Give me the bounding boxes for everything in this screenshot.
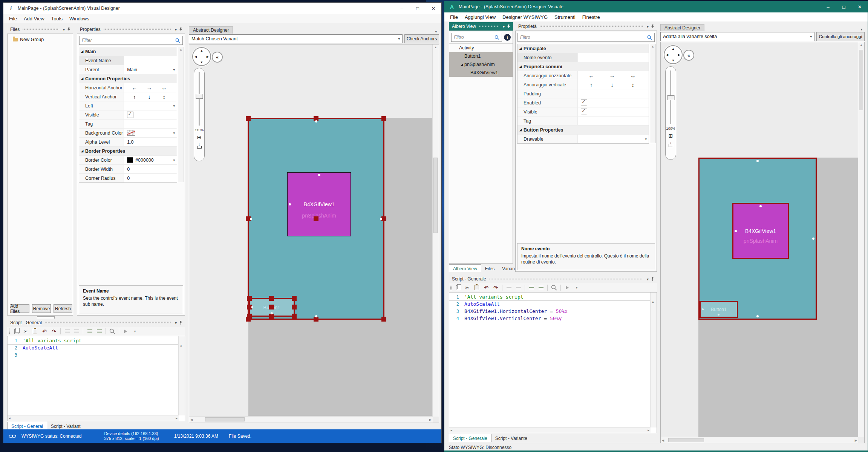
menu-windows[interactable]: Windows [66,16,93,21]
code-line[interactable]: 2AutoScaleAll [449,300,650,308]
editor-horizontal-scrollbar[interactable]: ◀ ▶ [8,415,179,421]
designer-canvas[interactable]: B4XGifView1 pnSplashAnim Button1 ▲ ▼ ◀ ▶… [660,42,865,444]
editor-horizontal-scrollbar[interactable]: ◀ ▶ [449,427,651,433]
property-row-border-color[interactable]: Border Color#000000▾ [79,156,177,165]
pan-control[interactable]: ▲ ▼ ◀ ▶ [664,45,683,64]
screenshot-button[interactable]: ↓ [667,141,674,148]
redo-icon[interactable]: ↷ [493,285,499,291]
indent-icon[interactable] [538,285,544,291]
pan-up-icon[interactable]: ▲ [672,47,675,51]
property-section-principale[interactable]: ◢Principale [517,44,649,53]
collapse-controls-button[interactable]: « [683,50,694,61]
canvas-vertical-scrollbar[interactable]: ▲ [858,42,864,437]
zoom-slider-thumb[interactable] [667,95,674,100]
section-expander-icon[interactable]: ◢ [517,47,524,50]
pan-left-icon[interactable]: ◀ [666,53,668,57]
scroll-left-icon[interactable]: ◀ [9,417,11,420]
scroll-up-icon[interactable]: ▲ [650,44,655,48]
paste-icon[interactable] [474,285,480,291]
b4xgifview-box[interactable]: B4XGifView1 pnSplashAnim [287,172,351,236]
anchor-bottom-icon[interactable]: ↓ [611,81,614,88]
toolbar-grip[interactable] [9,328,10,334]
toolbar-grip[interactable] [450,285,452,291]
resize-handle[interactable] [246,116,251,121]
property-row-left[interactable]: Left▾ [79,101,177,110]
tab-files[interactable]: Files [481,264,498,272]
tree-filter-input[interactable]: Filtro [451,33,502,42]
menu-add-view[interactable]: Add View [20,16,48,21]
border-color-value[interactable]: #000000▾ [124,156,177,164]
undo-icon[interactable]: ↶ [483,285,489,291]
padding-value[interactable] [578,89,649,98]
anchor-bottom-icon[interactable]: ↓ [148,93,151,100]
abstract-designer-tab[interactable]: Abstract Designer [660,24,704,31]
scroll-up-icon[interactable]: ▲ [652,300,654,303]
properties-panel-header[interactable]: Proprietà ▾ [515,22,657,31]
panel-menu-icon[interactable]: ▾ [174,321,178,325]
section-expander-icon[interactable]: ◢ [79,149,85,153]
drawable-value-dropdown[interactable]: ▾ [578,135,649,143]
menu-file[interactable]: File [6,16,20,21]
menu-finestre[interactable]: Finestre [579,14,603,20]
pan-control[interactable]: ▲ ▼ ◀ ▶ [192,47,211,66]
remove-button[interactable]: Remove [32,304,51,313]
check-anchors-button[interactable]: Controlla gli ancoraggi [816,32,865,41]
menu-aggiungi-view[interactable]: Aggiungi View [461,14,499,20]
panel-menu-icon[interactable]: ▾ [646,277,650,281]
property-row-event-name[interactable]: Event Name [79,56,177,65]
scroll-left-icon[interactable]: ◀ [190,418,193,421]
pan-up-icon[interactable]: ▲ [200,49,203,52]
anchor-right-icon[interactable]: → [147,84,152,91]
property-section-button[interactable]: ◢Button Properties [517,126,649,135]
titlebar[interactable]: A MainPage - (SplashScreenAnim) Designer… [444,1,868,12]
cut-icon[interactable]: ✂ [23,328,29,334]
code-line[interactable]: 3 [8,351,178,359]
tab-script-generale[interactable]: Script - Generale [449,434,491,442]
variant-selector-combo[interactable]: Adatta alla variante scelta▾ [660,32,814,41]
editor-vertical-scrollbar[interactable]: ▲ [650,293,657,427]
minimize-button[interactable]: – [394,3,410,14]
properties-scrollbar[interactable]: ▲ [650,44,656,143]
scroll-left-icon[interactable]: ◀ [662,439,664,442]
cut-icon[interactable]: ✂ [464,285,470,291]
script-panel-header[interactable]: Script - General ▾ [7,319,185,327]
titlebar[interactable]: i MainPage - (SplashScreenAnim) Visual D… [3,3,441,14]
code-line[interactable]: 1'All variants script [8,337,178,344]
files-panel-header[interactable]: Files ▾ [7,25,73,34]
tab-script-general[interactable]: Script - General [7,422,47,430]
files-tree-item-new-group[interactable]: New Group [8,35,73,44]
properties-filter-input[interactable]: Filtro [517,33,655,42]
panel-menu-icon[interactable]: ▾ [62,28,66,32]
anchor-left-icon[interactable]: ← [588,72,594,79]
comment-icon[interactable] [64,328,70,334]
pin-icon[interactable] [178,320,184,325]
property-row-visible[interactable]: Visible✓ [79,110,177,120]
property-section-common[interactable]: ◢Common Properties [79,74,177,83]
tree-item-b4xgifview1[interactable]: B4XGifView1 [449,69,513,77]
scroll-up-icon[interactable]: ▲ [434,46,437,49]
alpha-level-value[interactable]: 1.0 [124,138,177,146]
device-details[interactable]: Device details (192.168.1.33) 375 x 812,… [104,431,159,441]
resize-handle[interactable] [381,317,386,322]
resize-handle[interactable] [269,296,274,301]
pan-down-icon[interactable]: ▼ [200,61,203,64]
property-row-vertical-anchor[interactable]: Vertical Anchor↑↓↕ [79,92,177,101]
variant-selector-combo[interactable]: Match Chosen Variant▾ [189,34,403,43]
comment-icon[interactable] [506,285,512,291]
menu-tools[interactable]: Tools [48,16,66,21]
pin-icon[interactable] [178,27,184,32]
editor-vertical-scrollbar[interactable]: ▲ [178,336,185,415]
script-panel-header[interactable]: Script - Generale ▾ [449,275,657,283]
pin-icon[interactable] [650,277,655,281]
scroll-up-icon[interactable]: ▲ [860,43,863,47]
property-row-corner-radius[interactable]: Corner Radius0 [79,174,177,182]
pan-right-icon[interactable]: ▶ [207,55,209,58]
move-handle[interactable] [269,305,274,310]
tree-expander-icon[interactable]: ◢ [459,63,464,66]
section-expander-icon[interactable]: ◢ [517,65,524,68]
tree-item-button1[interactable]: Button1 [449,52,513,60]
designer-canvas[interactable]: B4XGifView1 pnSplashAnim Button1 ▲ ▼ ◀ ▶ [189,44,439,423]
scroll-right-icon[interactable]: ▶ [855,439,857,442]
property-row-tag[interactable]: Tag [79,120,177,129]
code-line[interactable]: 1'All variants script [449,293,650,300]
